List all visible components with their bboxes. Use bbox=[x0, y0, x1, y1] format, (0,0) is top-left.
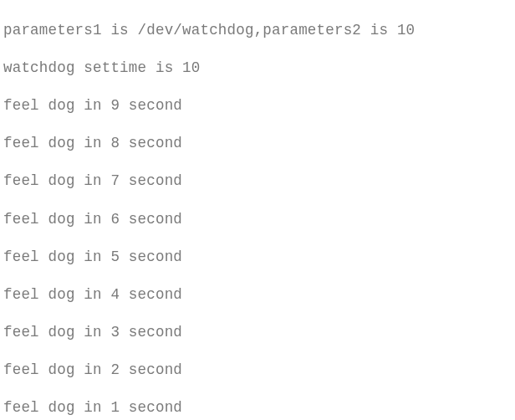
terminal-line: watchdog settime is 10 bbox=[3, 59, 515, 78]
terminal-line: feel dog in 8 second bbox=[3, 134, 515, 153]
terminal-line: feel dog in 4 second bbox=[3, 285, 515, 305]
terminal-line: feel dog in 9 second bbox=[3, 96, 515, 115]
terminal-line: feel dog in 2 second bbox=[3, 361, 515, 380]
terminal-line: feel dog in 6 second bbox=[3, 210, 515, 229]
terminal-line: feel dog in 3 second bbox=[3, 323, 515, 342]
terminal-line: parameters1 is /dev/watchdog,parameters2… bbox=[3, 21, 515, 40]
terminal-output: parameters1 is /dev/watchdog,parameters2… bbox=[0, 0, 515, 420]
terminal-line: feel dog in 1 second bbox=[3, 398, 515, 417]
terminal-line: feel dog in 5 second bbox=[3, 248, 515, 267]
terminal-line: feel dog in 7 second bbox=[3, 172, 515, 191]
